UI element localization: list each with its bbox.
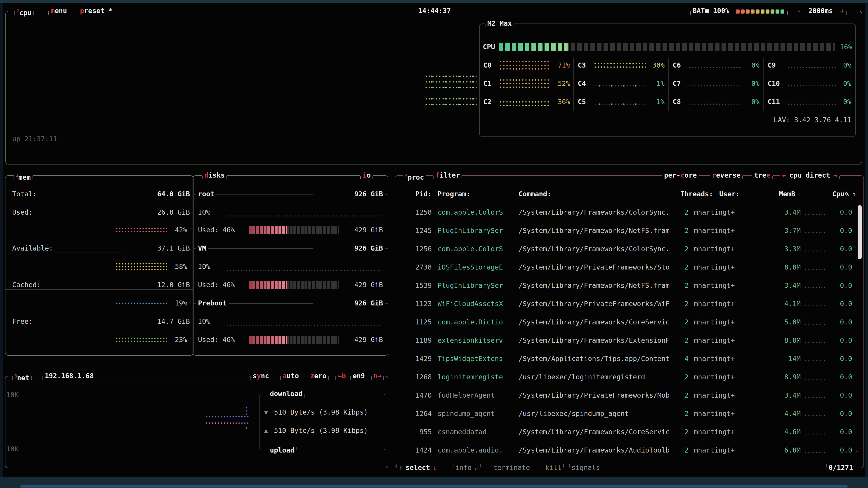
process-row[interactable]: 1125 com.apple.Dictio /System/Library/Fr…: [396, 318, 863, 327]
process-pid: 2738: [396, 263, 432, 272]
mem-used-label: Used:: [10, 208, 35, 217]
header-program[interactable]: Program:: [438, 190, 470, 199]
interval-decrease-button[interactable]: -: [797, 7, 801, 15]
info-button[interactable]: info↵: [453, 463, 480, 472]
process-program: iOSFilesStorageE: [438, 263, 503, 272]
process-row[interactable]: 1268 loginitemregiste /usr/libexec/login…: [396, 372, 863, 382]
core-label: C0: [483, 61, 491, 70]
reverse-button[interactable]: reverse: [710, 171, 743, 180]
disk-io-label: IO%: [198, 317, 210, 326]
mem-hotkey: 2: [16, 173, 18, 178]
disk-size: 926 GiB: [313, 244, 385, 253]
header-command[interactable]: Command:: [519, 190, 551, 199]
menu-label: enu: [55, 7, 67, 15]
ip-value: 192.168.1.68: [45, 372, 94, 380]
process-row[interactable]: 1123 WiFiCloudAssetsX /System/Library/Pr…: [396, 299, 863, 308]
process-row[interactable]: 955 csnameddatad /System/Library/Framewo…: [396, 427, 863, 436]
process-row[interactable]: 1264 spindump_agent /usr/libexec/spindum…: [396, 409, 863, 418]
process-mem: 8.9M: [770, 372, 801, 382]
download-arrow-icon: ▼: [264, 408, 268, 417]
select-control[interactable]: ↑select↓: [397, 463, 439, 472]
download-graph-spike: [245, 406, 249, 416]
next-interface-button[interactable]: n→: [371, 371, 384, 381]
process-program: com.apple.ColorS: [438, 245, 503, 254]
interval-increase-button[interactable]: +: [840, 7, 844, 15]
process-scrollbar[interactable]: [858, 205, 862, 259]
tab-mem[interactable]: 2mem: [13, 171, 33, 180]
tab-net[interactable]: 3net: [12, 371, 32, 381]
tree-button[interactable]: tree: [752, 171, 773, 180]
preset-button[interactable]: preset *: [78, 6, 115, 15]
header-cpu[interactable]: Cpu%: [832, 190, 848, 199]
preset-label: reset *: [84, 7, 113, 15]
tab-proc[interactable]: 4proc: [403, 171, 426, 180]
core-graph: [594, 102, 646, 106]
process-row[interactable]: 1189 extensionkitserv /System/Library/Fr…: [396, 336, 863, 345]
sync-rest: nc: [261, 372, 269, 380]
tab-disks[interactable]: disks: [202, 171, 227, 180]
core-graph: [594, 84, 646, 88]
process-row[interactable]: 1470 fudHelperAgent /System/Library/Priv…: [396, 391, 863, 400]
process-user: mhartingt+: [694, 281, 735, 290]
sync-button[interactable]: sync: [250, 371, 271, 381]
kill-button[interactable]: kill: [543, 463, 564, 472]
process-pid: 1256: [396, 245, 432, 254]
disks-panel: disks io root 926 GiB IO% Used: 46% 429 …: [193, 175, 388, 356]
process-threads: 2: [662, 281, 688, 290]
core-label: C7: [673, 79, 681, 88]
process-row[interactable]: 1539 PlugInLibrarySer /System/Library/Fr…: [396, 281, 863, 290]
uptime: up 21:37:11: [12, 134, 57, 143]
core-column-divider: [573, 58, 574, 111]
per-core-button[interactable]: per-core: [662, 171, 699, 180]
sort-right-arrow[interactable]: →: [833, 171, 837, 179]
select-down-icon[interactable]: ↓: [433, 464, 437, 471]
process-row[interactable]: 1429 TipsWidgetExtens /System/Applicatio…: [396, 354, 863, 363]
header-threads[interactable]: Threads:: [680, 190, 713, 199]
core-column-divider: [668, 58, 669, 111]
core-label: C1: [483, 79, 491, 88]
net-scale-download: 10K: [6, 390, 19, 399]
tab-io[interactable]: io: [360, 171, 373, 180]
core-label: C8: [673, 97, 681, 106]
info-label: info: [455, 464, 471, 471]
header-pid[interactable]: Pid:: [396, 190, 432, 199]
process-row[interactable]: 2738 iOSFilesStorageE /System/Library/Pr…: [396, 263, 863, 272]
process-cpu: 0.0: [836, 427, 852, 436]
tab-proc-label: proc: [408, 173, 424, 181]
process-row[interactable]: 1256 com.apple.ColorS /System/Library/Fr…: [396, 245, 863, 254]
process-command: /System/Library/Frameworks/CoreServic: [519, 318, 670, 327]
header-user[interactable]: User:: [719, 190, 740, 199]
terminate-button[interactable]: terminate: [491, 463, 532, 472]
process-user: mhartingt+: [694, 336, 735, 345]
process-user: mhartingt+: [694, 299, 735, 308]
header-mem[interactable]: MemB: [779, 190, 795, 199]
disk-io-graph: [226, 269, 382, 271]
core-percent: 1%: [642, 79, 664, 88]
scroll-down-icon[interactable]: ↓: [855, 446, 859, 455]
mem-used-meter: [115, 227, 167, 233]
process-count-value: 0/1271: [829, 464, 853, 471]
process-row[interactable]: 1245 PlugInLibrarySer /System/Library/Fr…: [396, 226, 863, 235]
disk-used-label: Used: 46%: [198, 281, 235, 289]
process-row[interactable]: 1424 com.apple.audio. /System/Library/Fr…: [396, 446, 863, 455]
prev-interface-button[interactable]: ←b: [336, 371, 348, 381]
process-mem: 3.4M: [770, 281, 801, 290]
upload-graph-dot: [245, 427, 248, 430]
sort-left-arrow[interactable]: ←: [782, 171, 786, 179]
process-cpu: 0.0: [836, 446, 852, 455]
filter-button[interactable]: filter: [433, 171, 462, 180]
core-label: C11: [768, 97, 780, 106]
proc-hotkey: 4: [405, 173, 408, 178]
signals-button[interactable]: signals: [569, 463, 602, 472]
core-percent: 30%: [642, 61, 664, 70]
menu-button[interactable]: menu: [49, 6, 69, 15]
process-cpu: 0.0: [836, 245, 852, 254]
zero-button[interactable]: zero: [308, 371, 329, 381]
core-percent: 0%: [737, 61, 760, 70]
core-graph: [499, 78, 551, 89]
auto-button[interactable]: auto: [280, 371, 301, 381]
select-up-icon[interactable]: ↑: [399, 464, 403, 471]
tab-cpu[interactable]: 1cpu: [14, 6, 34, 15]
process-row[interactable]: 1258 com.apple.ColorS /System/Library/Fr…: [396, 208, 863, 217]
interface-name: en9: [350, 371, 367, 381]
